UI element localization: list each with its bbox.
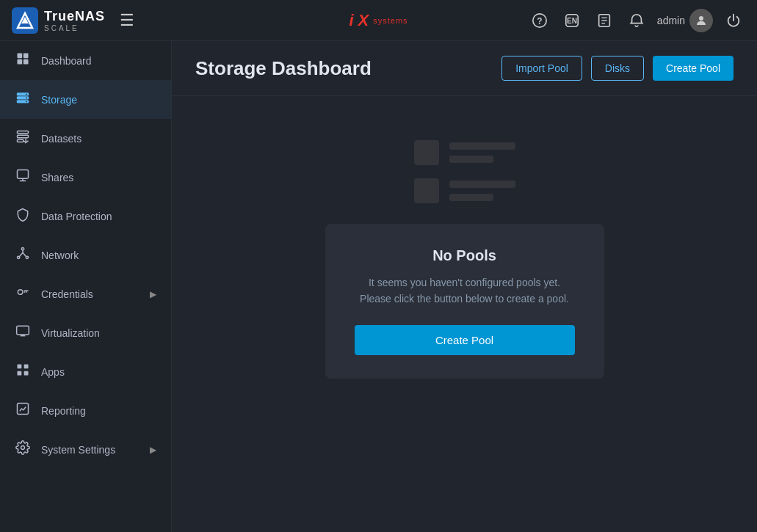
disks-button[interactable]: Disks — [591, 56, 644, 81]
svg-rect-14 — [18, 59, 23, 65]
svg-text:?: ? — [537, 15, 542, 26]
topbar-left: TrueNAS SCALE ☰ — [12, 7, 137, 34]
user-avatar-icon — [695, 14, 708, 27]
sidebar-item-datasets-label: Datasets — [41, 133, 156, 145]
changelog-icon — [596, 12, 612, 29]
sidebar-item-shares[interactable]: Shares — [0, 158, 171, 197]
header-actions: Import Pool Disks Create Pool — [501, 56, 734, 81]
create-pool-main-button[interactable]: Create Pool — [355, 325, 575, 355]
sidebar-item-credentials-label: Credentials — [41, 288, 140, 300]
sidebar-item-reporting[interactable]: Reporting — [0, 391, 171, 430]
svg-rect-16 — [17, 92, 29, 95]
sidebar-item-virtualization[interactable]: Virtualization — [0, 313, 171, 352]
enterprise-icon: EN — [564, 12, 580, 29]
sidebar-item-data-protection[interactable]: Data Protection — [0, 197, 171, 236]
sidebar-item-network[interactable]: Network — [0, 236, 171, 274]
datasets-icon — [15, 129, 31, 147]
topbar-right: ? EN admin — [528, 9, 745, 32]
svg-point-28 — [26, 256, 28, 258]
page-title: Storage Dashboard — [195, 57, 372, 80]
svg-rect-15 — [23, 59, 29, 65]
sidebar-item-system-settings[interactable]: System Settings ▶ — [0, 430, 171, 469]
svg-rect-30 — [17, 326, 29, 335]
create-pool-header-button[interactable]: Create Pool — [653, 56, 734, 81]
sidebar: Dashboard Storage Datasets Shares Data P — [0, 41, 172, 532]
svg-point-20 — [26, 98, 27, 99]
power-button[interactable] — [722, 9, 745, 32]
svg-point-36 — [21, 446, 25, 450]
guide-icon-button[interactable]: ? — [528, 9, 551, 32]
topbar-center: iX systems — [349, 11, 408, 30]
svg-point-29 — [18, 290, 23, 295]
svg-rect-13 — [23, 54, 29, 59]
svg-text:EN: EN — [567, 16, 577, 24]
guide-icon: ? — [532, 12, 548, 29]
bell-icon — [629, 12, 645, 29]
changelog-icon-button[interactable] — [593, 9, 616, 32]
data-protection-icon — [15, 207, 31, 225]
ix-systems-logo: iX systems — [349, 11, 408, 30]
svg-rect-25 — [18, 170, 29, 179]
topbar: TrueNAS SCALE ☰ iX systems ? EN admin — [0, 0, 757, 41]
truenas-enterprise-icon-button[interactable]: EN — [560, 9, 584, 32]
svg-rect-17 — [17, 96, 29, 99]
svg-rect-32 — [24, 365, 29, 369]
dashboard-icon — [15, 51, 31, 70]
skeleton-box-2 — [414, 178, 439, 203]
skeleton-illustration — [414, 140, 515, 203]
no-pools-container: No Pools It seems you haven't configured… — [172, 96, 757, 423]
sidebar-item-data-protection-label: Data Protection — [41, 211, 156, 222]
skeleton-line-3 — [449, 181, 515, 188]
sidebar-item-virtualization-label: Virtualization — [41, 327, 156, 339]
admin-avatar — [689, 9, 713, 32]
system-settings-icon — [15, 440, 31, 459]
alerts-icon-button[interactable] — [625, 9, 648, 32]
apps-icon — [15, 362, 31, 381]
network-icon — [15, 246, 31, 264]
admin-label: admin — [657, 15, 685, 26]
sidebar-item-network-label: Network — [41, 249, 156, 261]
svg-rect-12 — [18, 54, 23, 59]
import-pool-button[interactable]: Import Pool — [501, 56, 582, 81]
no-pools-card: No Pools It seems you haven't configured… — [325, 224, 604, 379]
sidebar-item-apps[interactable]: Apps — [0, 352, 171, 391]
skeleton-row-1 — [414, 140, 515, 165]
no-pools-title: No Pools — [355, 247, 575, 264]
svg-rect-33 — [18, 371, 22, 376]
svg-rect-31 — [18, 365, 22, 369]
svg-rect-22 — [18, 131, 29, 134]
sidebar-item-system-settings-label: System Settings — [41, 444, 140, 456]
sidebar-item-apps-label: Apps — [41, 366, 156, 378]
content-area: Storage Dashboard Import Pool Disks Crea… — [172, 41, 757, 532]
logo-truenas-label: TrueNAS — [44, 9, 105, 24]
svg-rect-24 — [18, 139, 23, 142]
power-icon — [725, 12, 742, 29]
svg-point-21 — [26, 101, 27, 103]
page-header: Storage Dashboard Import Pool Disks Crea… — [172, 41, 757, 96]
svg-point-19 — [26, 94, 27, 95]
no-pools-description: It seems you haven't configured pools ye… — [355, 274, 575, 307]
sidebar-item-storage[interactable]: Storage — [0, 80, 171, 119]
skeleton-row-2 — [414, 178, 515, 203]
svg-point-11 — [699, 16, 703, 21]
sidebar-item-datasets[interactable]: Datasets — [0, 119, 171, 158]
svg-rect-34 — [24, 371, 29, 376]
svg-rect-23 — [18, 135, 29, 137]
skeleton-box-1 — [414, 140, 439, 165]
logo-area: TrueNAS SCALE — [12, 7, 105, 34]
logo-text: TrueNAS SCALE — [44, 9, 105, 32]
skeleton-line-4 — [449, 194, 493, 201]
storage-icon — [15, 90, 31, 109]
admin-user-button[interactable]: admin — [657, 9, 713, 32]
skeleton-line-2 — [449, 156, 493, 163]
hamburger-menu-button[interactable]: ☰ — [117, 8, 137, 33]
sidebar-item-reporting-label: Reporting — [41, 405, 156, 417]
svg-rect-18 — [17, 100, 29, 103]
truenas-logo-icon — [12, 7, 38, 34]
credentials-chevron-icon: ▶ — [150, 289, 156, 299]
sidebar-item-dashboard-label: Dashboard — [41, 55, 156, 67]
sidebar-item-dashboard[interactable]: Dashboard — [0, 41, 171, 80]
credentials-icon — [15, 285, 31, 303]
virtualization-icon — [15, 324, 31, 342]
sidebar-item-credentials[interactable]: Credentials ▶ — [0, 274, 171, 313]
